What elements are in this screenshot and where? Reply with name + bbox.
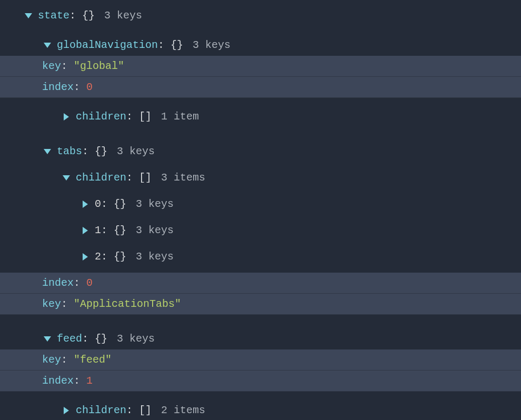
meta: 2 items <box>161 405 205 416</box>
svg-marker-7 <box>83 253 88 261</box>
tree-row-feed-children[interactable]: children: [] 2 items <box>0 400 521 420</box>
tree-row-tabs-child-2[interactable]: 2: {} 3 keys <box>0 246 521 267</box>
value-string: "feed" <box>74 355 112 365</box>
key-label: children <box>76 405 126 416</box>
brace: {} <box>95 146 107 157</box>
meta: 3 keys <box>136 225 174 236</box>
svg-marker-8 <box>44 336 51 342</box>
tree-row-feed-key[interactable]: key: "feed" <box>0 349 521 371</box>
meta: 3 keys <box>117 146 155 157</box>
svg-marker-9 <box>64 407 69 414</box>
key-label: children <box>76 112 126 122</box>
tree-row-tabs-index[interactable]: index: 0 <box>0 273 521 294</box>
caret-down-icon[interactable] <box>38 43 57 48</box>
brace: {} <box>171 40 183 51</box>
tree-row-index[interactable]: index: 0 <box>0 77 521 98</box>
key-label: globalNavigation <box>57 40 158 51</box>
value-number: 0 <box>86 82 93 93</box>
svg-marker-5 <box>83 201 88 208</box>
meta: 3 items <box>161 173 205 183</box>
caret-right-icon[interactable] <box>76 227 95 234</box>
caret-right-icon[interactable] <box>76 253 95 261</box>
brace: [] <box>139 112 152 122</box>
key-label: children <box>76 173 126 183</box>
caret-down-icon[interactable] <box>19 13 38 18</box>
key-label: index <box>42 376 74 386</box>
tree-row-feed[interactable]: feed: {} 3 keys <box>0 328 521 349</box>
value-string: "ApplicationTabs" <box>74 299 181 309</box>
caret-down-icon[interactable] <box>38 149 57 154</box>
tree-row-tabs-key[interactable]: key: "ApplicationTabs" <box>0 294 521 315</box>
key-label: key <box>42 299 61 309</box>
value-number: 0 <box>86 278 93 288</box>
meta: 3 keys <box>136 199 174 209</box>
svg-marker-6 <box>83 227 88 234</box>
brace: {} <box>82 11 95 21</box>
svg-marker-4 <box>63 175 70 181</box>
key-label: feed <box>57 334 82 344</box>
key-label: tabs <box>57 146 82 157</box>
meta: 3 keys <box>136 252 174 262</box>
brace: {} <box>114 225 126 236</box>
caret-right-icon[interactable] <box>76 201 95 208</box>
index-label: 0 <box>95 199 101 209</box>
brace: {} <box>114 199 126 209</box>
meta: 3 keys <box>104 11 142 21</box>
tree-row-feed-index[interactable]: index: 1 <box>0 371 521 392</box>
tree-row-tabs-child-0[interactable]: 0: {} 3 keys <box>0 194 521 215</box>
key-label: index <box>42 82 74 93</box>
key-label: state <box>38 11 69 21</box>
meta: 3 keys <box>193 40 231 51</box>
value-number: 1 <box>86 376 93 386</box>
brace: {} <box>114 252 126 262</box>
tree-row-tabs-children[interactable]: children: [] 3 items <box>0 167 521 188</box>
tree-row-tabs[interactable]: tabs: {} 3 keys <box>0 141 521 162</box>
svg-marker-3 <box>44 149 51 154</box>
meta: 3 keys <box>117 334 155 344</box>
tree-row-key[interactable]: key: "global" <box>0 56 521 77</box>
tree-row-children[interactable]: children: [] 1 item <box>0 106 521 127</box>
svg-marker-0 <box>25 13 32 18</box>
caret-down-icon[interactable] <box>57 175 76 181</box>
brace: [] <box>139 405 152 416</box>
value-string: "global" <box>74 61 124 72</box>
key-label: key <box>42 355 61 365</box>
brace: {} <box>95 334 107 344</box>
tree-row-globalnavigation[interactable]: globalNavigation: {} 3 keys <box>0 35 521 56</box>
tree-row-state[interactable]: state: {} 3 keys <box>0 5 521 26</box>
svg-marker-1 <box>44 43 51 48</box>
caret-right-icon[interactable] <box>57 113 76 121</box>
index-label: 2 <box>95 252 101 262</box>
meta: 1 item <box>161 112 199 122</box>
tree-row-tabs-child-1[interactable]: 1: {} 3 keys <box>0 220 521 241</box>
index-label: 1 <box>95 225 101 236</box>
key-label: index <box>42 278 74 288</box>
brace: [] <box>139 173 152 183</box>
caret-right-icon[interactable] <box>57 407 76 414</box>
svg-marker-2 <box>64 113 69 121</box>
caret-down-icon[interactable] <box>38 336 57 342</box>
key-label: key <box>42 61 61 72</box>
